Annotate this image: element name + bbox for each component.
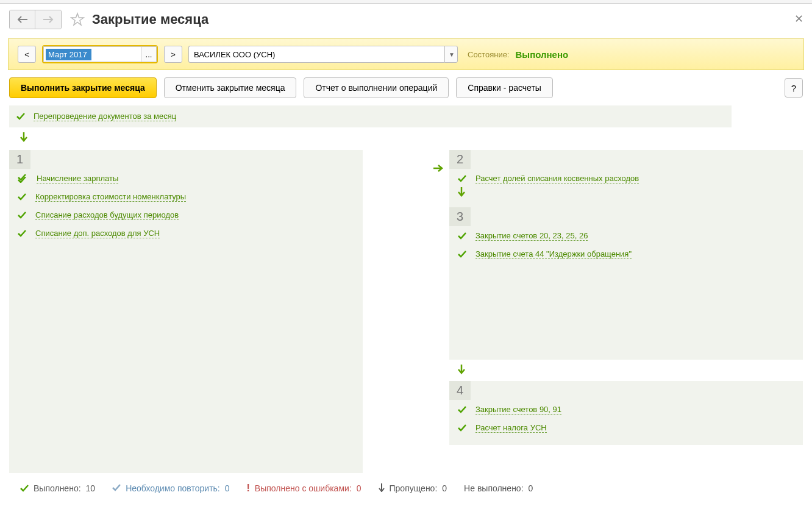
arrow-down-icon — [458, 190, 465, 199]
op-close-90-91-link[interactable]: Закрытие счетов 90, 91 — [475, 405, 561, 415]
check-icon — [18, 193, 26, 201]
nav-group — [9, 10, 62, 29]
arrow-down-icon — [458, 367, 465, 376]
check-outline-icon — [112, 483, 121, 493]
organization-input[interactable] — [188, 46, 444, 63]
op-payroll-link[interactable]: Начисление зарплаты — [37, 174, 118, 183]
footer-notdone: Не выполнено: 0 — [464, 483, 533, 493]
close-icon[interactable]: ✕ — [794, 12, 803, 26]
blocks-area: 1 Начисление зарплаты Корректировка стои… — [9, 150, 803, 473]
arrow-left-icon — [17, 16, 28, 23]
help-button[interactable]: ? — [785, 78, 803, 98]
block-2-number: 2 — [449, 150, 471, 169]
period-prev-button[interactable]: < — [18, 46, 36, 63]
check-icon — [458, 424, 466, 432]
done-value: 10 — [86, 483, 96, 493]
footer-errors: ! Выполнено с ошибками: 0 — [247, 483, 361, 494]
repeat-value: 0 — [225, 483, 230, 493]
not-value: 0 — [529, 483, 533, 493]
forward-button[interactable] — [35, 10, 61, 29]
check-icon — [20, 485, 29, 492]
state-label: Состояние: — [468, 50, 509, 59]
check-icon — [458, 232, 466, 240]
footer-skipped: Пропущено: 0 — [379, 483, 447, 494]
status-footer: Выполнено: 10 Необходимо повторить: 0 ! … — [9, 473, 803, 504]
skip-value: 0 — [442, 483, 447, 493]
column-2-wrap: 2 Расчет долей списания косвенных расход… — [433, 150, 803, 445]
op-row: Начисление зарплаты — [9, 169, 363, 187]
check-icon — [458, 251, 466, 258]
op-row: Корректировка стоимости номенклатуры — [9, 187, 363, 205]
period-field-wrap: ... — [42, 45, 158, 63]
toolbar: Выполнить закрытие месяца Отменить закры… — [0, 70, 812, 105]
block-1: 1 Начисление зарплаты Корректировка стои… — [9, 150, 363, 473]
favorite-star-icon[interactable] — [70, 12, 85, 27]
op-cost-adjustment-link[interactable]: Корректировка стоимости номенклатуры — [35, 192, 186, 202]
check-icon — [18, 212, 26, 219]
back-button[interactable] — [10, 10, 35, 29]
period-picker-button[interactable]: ... — [141, 46, 157, 62]
period-bar: < ... > ▼ Состояние: Выполнено — [8, 38, 804, 70]
check-icon — [18, 230, 26, 237]
op-close-44-link[interactable]: Закрытие счета 44 "Издержки обращения" — [475, 249, 632, 259]
check-icon — [458, 406, 466, 413]
op-usn-tax-link[interactable]: Расчет налога УСН — [475, 423, 547, 433]
not-label: Не выполнено: — [464, 483, 523, 493]
op-usn-expenses-link[interactable]: Списание доп. расходов для УСН — [35, 229, 160, 238]
period-input[interactable] — [46, 49, 91, 60]
organization-select: ▼ — [188, 46, 458, 63]
op-row: Расчет налога УСН — [449, 418, 803, 436]
operations-report-button[interactable]: Отчет о выполнении операций — [304, 77, 449, 98]
repost-bar: Перепроведение документов за месяц — [9, 105, 732, 127]
op-close-20-23-25-26-link[interactable]: Закрытие счетов 20, 23, 25, 26 — [475, 231, 588, 241]
arrow-down-icon — [20, 132, 803, 145]
period-next-button[interactable]: > — [164, 46, 182, 63]
footer-done: Выполнено: 10 — [20, 483, 95, 493]
cancel-close-button[interactable]: Отменить закрытие месяца — [164, 77, 297, 98]
done-label: Выполнено: — [34, 483, 81, 493]
block-4-number: 4 — [449, 381, 471, 400]
arrow-right-icon — [43, 16, 54, 23]
check-icon — [458, 175, 466, 182]
err-label: Выполнено с ошибками: — [255, 483, 352, 493]
execute-close-button[interactable]: Выполнить закрытие месяца — [9, 77, 157, 98]
double-check-icon — [18, 174, 27, 183]
exclamation-icon: ! — [247, 483, 250, 494]
column-1: 1 Начисление зарплаты Корректировка стои… — [9, 150, 421, 473]
state-value: Выполнено — [515, 49, 568, 60]
op-row: Списание расходов будущих периодов — [9, 205, 363, 224]
organization-dropdown-button[interactable]: ▼ — [444, 46, 458, 63]
repeat-label: Необходимо повторить: — [126, 483, 220, 493]
block-1-number: 1 — [9, 150, 30, 169]
block-2: 2 Расчет долей списания косвенных расход… — [449, 150, 803, 207]
block-3: 3 Закрытие счетов 20, 23, 25, 26 Закрыти… — [449, 207, 803, 360]
op-row: Расчет долей списания косвенных расходов — [449, 169, 803, 187]
column-2: 2 Расчет долей списания косвенных расход… — [449, 150, 803, 445]
references-button[interactable]: Справки - расчеты — [456, 77, 553, 98]
check-icon — [16, 113, 25, 120]
arrow-down-icon — [379, 483, 385, 494]
block-3-number: 3 — [449, 207, 471, 226]
op-row: Закрытие счета 44 "Издержки обращения" — [449, 244, 803, 263]
op-row: Закрытие счетов 20, 23, 25, 26 — [449, 226, 803, 244]
err-value: 0 — [357, 483, 361, 493]
op-indirect-costs-link[interactable]: Расчет долей списания косвенных расходов — [475, 174, 639, 183]
footer-repeat: Необходимо повторить: 0 — [112, 483, 229, 493]
page-title: Закрытие месяца — [92, 12, 208, 27]
op-deferred-expenses-link[interactable]: Списание расходов будущих периодов — [35, 210, 179, 220]
content: Перепроведение документов за месяц 1 Нач… — [0, 105, 812, 510]
skip-label: Пропущено: — [390, 483, 438, 493]
op-row: Закрытие счетов 90, 91 — [449, 400, 803, 418]
arrow-right-icon — [433, 162, 443, 175]
header: Закрытие месяца ✕ — [0, 4, 812, 38]
repost-documents-link[interactable]: Перепроведение документов за месяц — [34, 112, 176, 121]
block-4: 4 Закрытие счетов 90, 91 Расчет налога У… — [449, 381, 803, 445]
op-row: Списание доп. расходов для УСН — [9, 224, 363, 242]
